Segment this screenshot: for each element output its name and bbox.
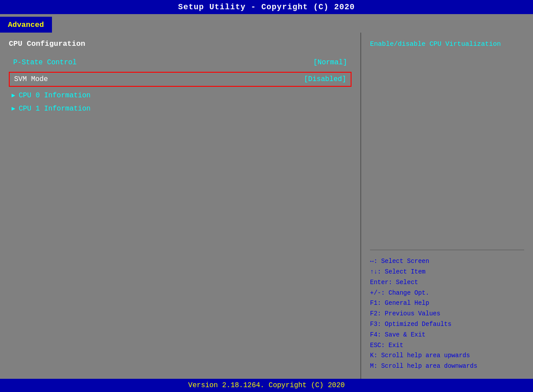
cpu1-arrow-icon: ► <box>11 105 15 112</box>
menu-item-pstate[interactable]: P-State Control [Normal] <box>9 56 352 69</box>
left-panel: CPU Configuration P-State Control [Norma… <box>0 33 361 379</box>
key-enter: Enter: Select <box>370 277 524 288</box>
sub-item-cpu0[interactable]: ► CPU 0 Information <box>9 89 352 102</box>
key-select-item: ↑↓: Select Item <box>370 267 524 277</box>
main-area: CPU Configuration P-State Control [Norma… <box>0 33 533 379</box>
key-k: K: Scroll help area upwards <box>370 351 524 361</box>
cpu0-arrow-icon: ► <box>11 92 15 99</box>
key-f2: F2: Previous Values <box>370 309 524 319</box>
key-f1: F1: General Help <box>370 298 524 309</box>
section-title: CPU Configuration <box>9 40 352 48</box>
tab-bar: Advanced <box>0 14 533 33</box>
key-help: ↔: Select Screen ↑↓: Select Item Enter: … <box>370 256 524 372</box>
footer: Version 2.18.1264. Copyright (C) 2020 <box>0 379 533 392</box>
pstate-value: [Normal] <box>313 59 347 67</box>
menu-item-svm[interactable]: SVM Mode [Disabled] <box>9 72 352 87</box>
sub-item-cpu1[interactable]: ► CPU 1 Information <box>9 103 352 115</box>
cpu1-label: CPU 1 Information <box>19 105 90 113</box>
key-m: M: Scroll help area downwards <box>370 361 524 372</box>
help-text: Enable/disable CPU Virtualization <box>370 40 524 50</box>
key-esc: ESC: Exit <box>370 340 524 351</box>
title-text: Setup Utility - Copyright (C) 2020 <box>178 3 355 11</box>
key-f3: F3: Optimized Defaults <box>370 319 524 330</box>
key-change-opt: +/-: Change Opt. <box>370 288 524 299</box>
cpu0-label: CPU 0 Information <box>19 92 90 100</box>
right-panel: Enable/disable CPU Virtualization ↔: Sel… <box>361 33 533 379</box>
key-select-screen: ↔: Select Screen <box>370 256 524 267</box>
svm-label: SVM Mode <box>14 75 48 83</box>
tab-advanced[interactable]: Advanced <box>0 17 52 33</box>
divider <box>370 250 524 250</box>
spacer <box>370 54 524 241</box>
footer-text: Version 2.18.1264. Copyright (C) 2020 <box>188 381 344 389</box>
pstate-label: P-State Control <box>13 59 77 67</box>
title-bar: Setup Utility - Copyright (C) 2020 <box>0 0 533 14</box>
bios-screen: Setup Utility - Copyright (C) 2020 Advan… <box>0 0 533 392</box>
key-f4: F4: Save & Exit <box>370 330 524 340</box>
svm-value: [Disabled] <box>304 75 346 83</box>
